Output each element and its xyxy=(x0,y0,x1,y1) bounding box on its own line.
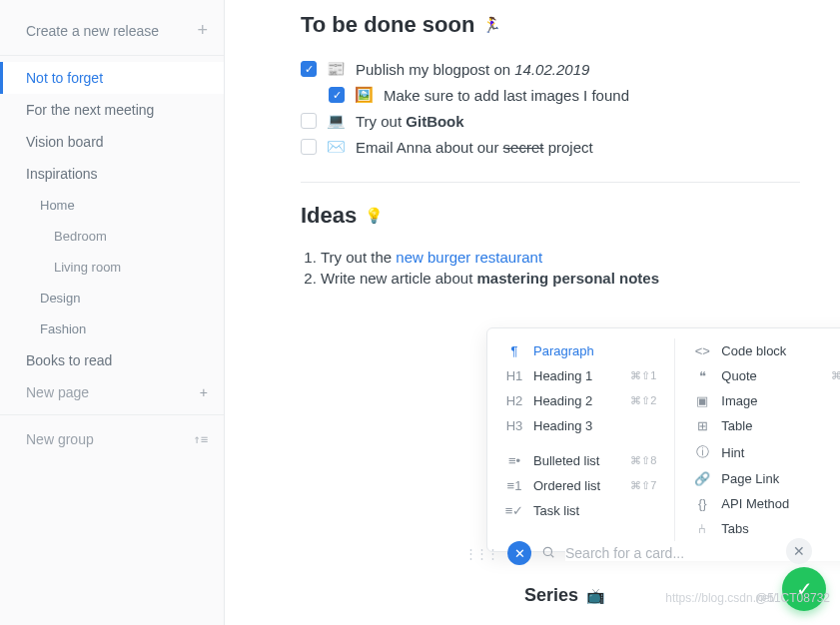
plus-icon: + xyxy=(200,384,208,400)
ordered-list-icon: ≡1 xyxy=(505,478,523,493)
checkbox-icon[interactable] xyxy=(301,139,317,155)
bulleted-list-icon: ≡• xyxy=(505,453,523,468)
sidebar-item-fashion[interactable]: Fashion xyxy=(0,313,224,344)
svg-line-1 xyxy=(551,554,554,557)
sidebar-item-books[interactable]: Books to read xyxy=(0,344,224,376)
search-icon xyxy=(541,545,555,562)
paragraph-icon: ¶ xyxy=(505,343,523,358)
drag-handle-icon[interactable]: ⋮⋮⋮ xyxy=(464,546,497,561)
heading-series: Series 📺 xyxy=(524,585,605,606)
checkbox-icon[interactable] xyxy=(329,87,345,103)
list-item[interactable]: Try out the new burger restaurant xyxy=(321,247,800,268)
api-icon: {} xyxy=(693,496,711,511)
divider xyxy=(301,182,800,183)
sidebar-item-not-to-forget[interactable]: Not to forget xyxy=(0,62,224,94)
task-text: Try out GitBook xyxy=(356,113,464,130)
block-bulleted-list[interactable]: ≡•Bulleted list⌘⇧8 xyxy=(491,448,670,473)
task-row[interactable]: 📰 Publish my blogpost on 14.02.2019 xyxy=(301,56,800,82)
block-image[interactable]: ▣Image xyxy=(679,388,840,413)
hint-icon: ⓘ xyxy=(693,443,711,461)
image-icon: ▣ xyxy=(693,393,711,408)
add-group-icon: ↑≡ xyxy=(194,432,208,446)
sidebar-item-design[interactable]: Design xyxy=(0,283,224,313)
quote-icon: ❝ xyxy=(693,368,711,383)
block-ordered-list[interactable]: ≡1Ordered list⌘⇧7 xyxy=(491,473,670,498)
block-quote[interactable]: ❝Quote⌘] xyxy=(679,363,840,388)
h1-icon: H1 xyxy=(505,368,523,383)
block-heading1[interactable]: H1Heading 1⌘⇧1 xyxy=(491,363,670,388)
tabs-icon: ⑃ xyxy=(693,521,711,536)
sidebar-item-inspirations[interactable]: Inspirations xyxy=(0,158,224,190)
code-icon: <> xyxy=(693,343,711,358)
svg-point-0 xyxy=(543,547,551,555)
sidebar-create-label: Create a new release xyxy=(26,23,159,39)
checkbox-icon[interactable] xyxy=(301,61,317,77)
close-menu-button[interactable]: ✕ xyxy=(507,541,531,565)
block-menu-col1: ¶Paragraph H1Heading 1⌘⇧1 H2Heading 2⌘⇧2… xyxy=(487,338,675,541)
checkbox-icon[interactable] xyxy=(301,113,317,129)
runner-emoji-icon: 🏃‍♀️ xyxy=(482,16,501,34)
list-item[interactable]: Write new article about mastering person… xyxy=(321,268,800,289)
envelope-emoji-icon: ✉️ xyxy=(327,138,346,156)
h2-icon: H2 xyxy=(505,393,523,408)
task-row[interactable]: ✉️ Email Anna about our secret project xyxy=(301,134,800,160)
sidebar-item-next-meeting[interactable]: For the next meeting xyxy=(0,94,224,126)
block-heading3[interactable]: H3Heading 3 xyxy=(491,413,670,438)
ideas-list: Try out the new burger restaurant Write … xyxy=(301,247,800,289)
laptop-emoji-icon: 💻 xyxy=(327,112,346,130)
block-insert-menu: ¶Paragraph H1Heading 1⌘⇧1 H2Heading 2⌘⇧2… xyxy=(486,327,840,552)
heading-to-be-done: To be done soon 🏃‍♀️ xyxy=(301,12,800,38)
task-row[interactable]: 💻 Try out GitBook xyxy=(301,108,800,134)
block-page-link[interactable]: 🔗Page Link xyxy=(679,466,840,491)
sidebar-separator xyxy=(0,414,224,415)
content: To be done soon 🏃‍♀️ 📰 Publish my blogpo… xyxy=(301,12,800,289)
block-paragraph[interactable]: ¶Paragraph xyxy=(491,338,670,363)
bulb-emoji-icon: 💡 xyxy=(365,207,384,225)
page-link-icon: 🔗 xyxy=(693,471,711,486)
app-root: Create a new release + Not to forget For… xyxy=(0,0,840,625)
block-api-method[interactable]: {}API Method xyxy=(679,491,840,516)
sidebar: Create a new release + Not to forget For… xyxy=(0,0,225,625)
tv-emoji-icon: 📺 xyxy=(586,587,605,605)
plus-icon: + xyxy=(197,20,208,41)
task-text: Publish my blogpost on 14.02.2019 xyxy=(356,61,589,78)
task-text: Email Anna about our secret project xyxy=(356,139,593,156)
task-text: Make sure to add last images I found xyxy=(384,87,629,104)
picture-emoji-icon: 🖼️ xyxy=(355,86,374,104)
sidebar-new-group[interactable]: New group ↑≡ xyxy=(0,421,224,457)
h3-icon: H3 xyxy=(505,418,523,433)
link-burger-restaurant[interactable]: new burger restaurant xyxy=(396,249,542,266)
sidebar-item-home[interactable]: Home xyxy=(0,190,224,221)
card-search-row: ⋮⋮⋮ ✕ xyxy=(464,541,840,565)
sidebar-items: Not to forget For the next meeting Visio… xyxy=(0,55,224,457)
newspaper-emoji-icon: 📰 xyxy=(327,60,346,78)
block-code[interactable]: <>Code block xyxy=(679,338,840,363)
heading-ideas: Ideas 💡 xyxy=(301,203,800,229)
task-list-icon: ≡✓ xyxy=(505,503,523,518)
watermark: @51CT08732 xyxy=(755,591,830,605)
sidebar-item-bedroom[interactable]: Bedroom xyxy=(0,221,224,252)
block-menu-col2: <>Code block ❝Quote⌘] ▣Image ⊞Table ⓘHin… xyxy=(675,338,840,541)
sidebar-item-vision-board[interactable]: Vision board xyxy=(0,126,224,158)
sidebar-create-release[interactable]: Create a new release + xyxy=(0,10,224,55)
block-hint[interactable]: ⓘHint xyxy=(679,438,840,466)
dismiss-button[interactable]: ✕ xyxy=(786,538,812,564)
block-table[interactable]: ⊞Table xyxy=(679,413,840,438)
sidebar-item-living-room[interactable]: Living room xyxy=(0,252,224,283)
main: To be done soon 🏃‍♀️ 📰 Publish my blogpo… xyxy=(225,0,840,625)
table-icon: ⊞ xyxy=(693,418,711,433)
block-heading2[interactable]: H2Heading 2⌘⇧2 xyxy=(491,388,670,413)
task-row[interactable]: 🖼️ Make sure to add last images I found xyxy=(329,82,800,108)
sidebar-item-new-page[interactable]: New page + xyxy=(0,376,224,408)
block-tabs[interactable]: ⑃Tabs xyxy=(679,516,840,541)
block-task-list[interactable]: ≡✓Task list xyxy=(491,498,670,523)
